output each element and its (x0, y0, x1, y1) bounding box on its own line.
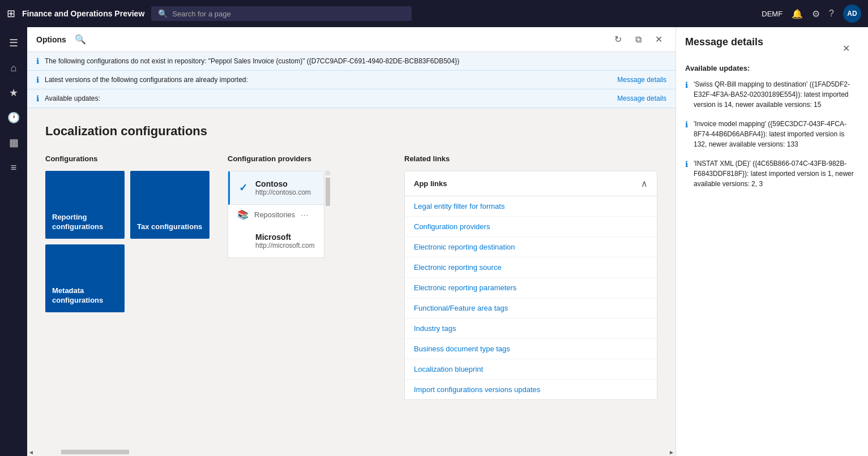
notif-text-1: The following configurations do not exis… (45, 57, 666, 65)
msg-text-2: 'Invoice model mapping' ({59EC3DC7-043F-… (694, 119, 859, 149)
options-title: Options (36, 35, 66, 44)
refresh-button[interactable]: ↻ (610, 32, 626, 48)
page-title: Localization configurations (45, 124, 657, 139)
nav-right: DEMF 🔔 ⚙ ? AD (762, 5, 861, 23)
message-panel-close-button[interactable]: ✕ (843, 43, 850, 54)
repositories-icon: 📚 (237, 209, 249, 220)
provider-check-icon: ✓ (239, 182, 247, 194)
app-title: Finance and Operations Preview (22, 9, 144, 18)
link-config-providers[interactable]: Configuration providers (405, 217, 657, 237)
related-links-container: App links ∧ Legal entity filter for form… (404, 171, 657, 400)
reporting-configurations-tile[interactable]: Reporting configurations (45, 171, 125, 239)
notification-bar-3: ℹ Available updates: Message details (27, 89, 675, 108)
related-links-section: Related links App links ∧ Legal entity f… (404, 154, 657, 400)
sidebar-modules-icon[interactable]: ≡ (2, 156, 25, 179)
provider-wrapper: ✓ Contoso http://contoso.com 📚 Repositor… (228, 171, 386, 258)
environment-label: DEMF (762, 10, 783, 18)
user-avatar[interactable]: AD (843, 5, 861, 23)
providers-section: Configuration providers ✓ Contoso http:/… (228, 154, 386, 258)
main-layout: ☰ ⌂ ★ 🕐 ▦ ≡ Options 🔍 ↻ ⧉ ✕ ℹ The follow… (0, 27, 868, 456)
related-links-heading: Related links (404, 154, 657, 163)
available-updates-label: Available updates: (685, 64, 859, 72)
search-input[interactable] (172, 10, 405, 18)
grid-menu-icon[interactable]: ⊞ (7, 7, 15, 20)
open-new-window-button[interactable]: ⧉ (630, 32, 646, 48)
provider-microsoft-url: http://microsoft.com (255, 242, 315, 249)
link-er-destination[interactable]: Electronic reporting destination (405, 237, 657, 257)
provider-microsoft-name: Microsoft (255, 233, 315, 242)
scroll-left-button[interactable]: ◄ (28, 449, 34, 455)
search-icon: 🔍 (158, 9, 168, 18)
link-localization-blueprint[interactable]: Localization blueprint (405, 359, 657, 380)
close-panel-button[interactable]: ✕ (651, 32, 666, 48)
top-navigation: ⊞ Finance and Operations Preview 🔍 DEMF … (0, 0, 868, 27)
msg-info-icon-2: ℹ (685, 120, 688, 129)
search-bar[interactable]: 🔍 (151, 6, 412, 21)
provider-contoso-name: Contoso (255, 179, 311, 188)
configurations-heading: Configurations (45, 154, 209, 163)
configurations-section: Configurations Reporting configurations … (45, 154, 209, 312)
message-entry-1: ℹ 'Swiss QR-Bill mapping to destination'… (685, 79, 859, 110)
msg-text-3: 'INSTAT XML (DE)' ({4C65B866-074C-43FB-9… (694, 158, 859, 189)
link-industry-tags[interactable]: Industry tags (405, 319, 657, 339)
providers-list: ✓ Contoso http://contoso.com 📚 Repositor… (228, 171, 324, 258)
config-row-2: Metadata configurations (45, 244, 209, 312)
info-icon-1: ℹ (36, 57, 39, 66)
metadata-configurations-tile[interactable]: Metadata configurations (45, 244, 125, 312)
notification-bar-2: ℹ Latest versions of the following confi… (27, 71, 675, 89)
provider-contoso-info: Contoso http://contoso.com (255, 179, 311, 196)
provider-microsoft[interactable]: Microsoft http://microsoft.com (228, 225, 324, 257)
left-sidebar: ☰ ⌂ ★ 🕐 ▦ ≡ (0, 27, 27, 456)
app-links-title: App links (414, 179, 447, 188)
message-entry-2: ℹ 'Invoice model mapping' ({59EC3DC7-043… (685, 119, 859, 149)
provider-contoso-url: http://contoso.com (255, 188, 311, 196)
options-panel: Options 🔍 ↻ ⧉ ✕ ℹ The following configur… (27, 27, 675, 456)
msg-text-1: 'Swiss QR-Bill mapping to destination' (… (694, 79, 859, 110)
provider-repos-row: 📚 Repositories ··· (228, 205, 324, 225)
notification-bell-icon[interactable]: 🔔 (792, 8, 803, 19)
notif-text-2: Latest versions of the following configu… (45, 76, 612, 84)
message-details-link-1[interactable]: Message details (617, 76, 666, 84)
help-question-icon[interactable]: ? (829, 8, 834, 19)
provider-microsoft-info: Microsoft http://microsoft.com (237, 233, 315, 249)
sidebar-home-icon[interactable]: ⌂ (2, 57, 25, 79)
notif-text-3: Available updates: (45, 94, 612, 102)
link-functional-tags[interactable]: Functional/Feature area tags (405, 298, 657, 319)
providers-heading: Configuration providers (228, 154, 386, 163)
bottom-scroll-bar[interactable]: ◄ ► (27, 448, 675, 456)
message-details-panel: Message details ✕ Available updates: ℹ '… (675, 27, 868, 456)
settings-gear-icon[interactable]: ⚙ (812, 8, 820, 19)
sidebar-favorites-icon[interactable]: ★ (2, 81, 25, 104)
content-grid: Configurations Reporting configurations … (45, 154, 657, 400)
msg-info-icon-1: ℹ (685, 80, 688, 89)
repos-more-icon[interactable]: ··· (301, 210, 309, 219)
tax-configurations-tile[interactable]: Tax configurations (130, 171, 209, 239)
notifications-area: ℹ The following configurations do not ex… (27, 52, 675, 108)
link-legal-entity[interactable]: Legal entity filter for formats (405, 196, 657, 217)
message-details-link-2[interactable]: Message details (617, 94, 666, 102)
info-icon-2: ℹ (36, 75, 39, 84)
message-panel-header: Message details ✕ (685, 36, 859, 56)
main-content: Localization configurations Configuratio… (27, 108, 675, 448)
config-row-1: Reporting configurations Tax configurati… (45, 171, 209, 239)
horizontal-scrollbar[interactable] (61, 450, 129, 454)
sidebar-recent-icon[interactable]: 🕐 (2, 106, 25, 129)
link-er-parameters[interactable]: Electronic reporting parameters (405, 278, 657, 298)
scroll-right-button[interactable]: ► (669, 449, 674, 455)
sidebar-workspaces-icon[interactable]: ▦ (2, 131, 25, 154)
message-entry-3: ℹ 'INSTAT XML (DE)' ({4C65B866-074C-43FB… (685, 158, 859, 189)
repositories-label[interactable]: Repositories (254, 210, 295, 219)
msg-info-icon-3: ℹ (685, 160, 688, 169)
link-biz-doc-tags[interactable]: Business document type tags (405, 339, 657, 359)
message-panel-title: Message details (685, 36, 763, 48)
app-links-header[interactable]: App links ∧ (405, 171, 657, 196)
header-actions: ↻ ⧉ ✕ (610, 32, 666, 48)
link-import-configs[interactable]: Import configurations versions updates (405, 380, 657, 399)
link-er-source[interactable]: Electronic reporting source (405, 257, 657, 278)
provider-contoso[interactable]: ✓ Contoso http://contoso.com (228, 171, 324, 205)
options-search-button[interactable]: 🔍 (73, 32, 88, 47)
notification-bar-1: ℹ The following configurations do not ex… (27, 52, 675, 71)
info-icon-3: ℹ (36, 94, 39, 103)
options-header: Options 🔍 ↻ ⧉ ✕ (27, 27, 675, 52)
sidebar-hamburger-icon[interactable]: ☰ (2, 32, 25, 54)
